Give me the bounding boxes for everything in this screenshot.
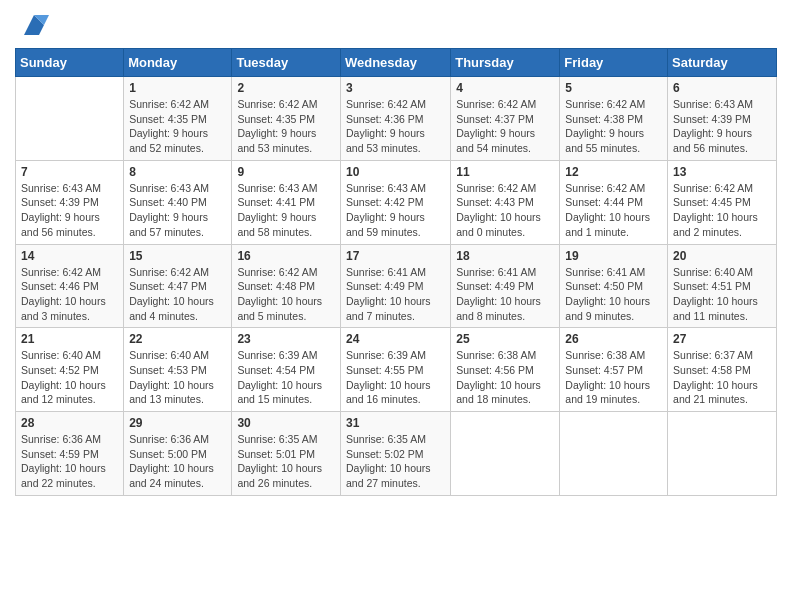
calendar-cell: 5Sunrise: 6:42 AM Sunset: 4:38 PM Daylig… xyxy=(560,77,668,161)
calendar-cell: 4Sunrise: 6:42 AM Sunset: 4:37 PM Daylig… xyxy=(451,77,560,161)
calendar-cell: 20Sunrise: 6:40 AM Sunset: 4:51 PM Dayli… xyxy=(668,244,777,328)
week-row-5: 28Sunrise: 6:36 AM Sunset: 4:59 PM Dayli… xyxy=(16,412,777,496)
day-number: 28 xyxy=(21,416,118,430)
day-info: Sunrise: 6:42 AM Sunset: 4:36 PM Dayligh… xyxy=(346,97,445,156)
day-info: Sunrise: 6:36 AM Sunset: 5:00 PM Dayligh… xyxy=(129,432,226,491)
calendar-cell xyxy=(16,77,124,161)
day-number: 11 xyxy=(456,165,554,179)
calendar-cell: 24Sunrise: 6:39 AM Sunset: 4:55 PM Dayli… xyxy=(340,328,450,412)
calendar-cell: 8Sunrise: 6:43 AM Sunset: 4:40 PM Daylig… xyxy=(124,160,232,244)
day-number: 10 xyxy=(346,165,445,179)
day-info: Sunrise: 6:40 AM Sunset: 4:53 PM Dayligh… xyxy=(129,348,226,407)
calendar-cell: 15Sunrise: 6:42 AM Sunset: 4:47 PM Dayli… xyxy=(124,244,232,328)
calendar-cell: 6Sunrise: 6:43 AM Sunset: 4:39 PM Daylig… xyxy=(668,77,777,161)
calendar-cell xyxy=(451,412,560,496)
day-info: Sunrise: 6:39 AM Sunset: 4:54 PM Dayligh… xyxy=(237,348,335,407)
page: SundayMondayTuesdayWednesdayThursdayFrid… xyxy=(0,0,792,612)
calendar-cell: 31Sunrise: 6:35 AM Sunset: 5:02 PM Dayli… xyxy=(340,412,450,496)
days-header-row: SundayMondayTuesdayWednesdayThursdayFrid… xyxy=(16,49,777,77)
calendar-cell: 17Sunrise: 6:41 AM Sunset: 4:49 PM Dayli… xyxy=(340,244,450,328)
day-info: Sunrise: 6:42 AM Sunset: 4:44 PM Dayligh… xyxy=(565,181,662,240)
day-info: Sunrise: 6:43 AM Sunset: 4:42 PM Dayligh… xyxy=(346,181,445,240)
calendar-cell: 19Sunrise: 6:41 AM Sunset: 4:50 PM Dayli… xyxy=(560,244,668,328)
day-info: Sunrise: 6:40 AM Sunset: 4:52 PM Dayligh… xyxy=(21,348,118,407)
day-number: 29 xyxy=(129,416,226,430)
day-number: 26 xyxy=(565,332,662,346)
calendar-cell: 29Sunrise: 6:36 AM Sunset: 5:00 PM Dayli… xyxy=(124,412,232,496)
calendar-cell: 3Sunrise: 6:42 AM Sunset: 4:36 PM Daylig… xyxy=(340,77,450,161)
calendar-cell: 30Sunrise: 6:35 AM Sunset: 5:01 PM Dayli… xyxy=(232,412,341,496)
day-info: Sunrise: 6:41 AM Sunset: 4:50 PM Dayligh… xyxy=(565,265,662,324)
day-header-thursday: Thursday xyxy=(451,49,560,77)
day-info: Sunrise: 6:41 AM Sunset: 4:49 PM Dayligh… xyxy=(456,265,554,324)
day-number: 23 xyxy=(237,332,335,346)
day-number: 22 xyxy=(129,332,226,346)
day-number: 5 xyxy=(565,81,662,95)
day-header-tuesday: Tuesday xyxy=(232,49,341,77)
day-info: Sunrise: 6:43 AM Sunset: 4:40 PM Dayligh… xyxy=(129,181,226,240)
day-info: Sunrise: 6:39 AM Sunset: 4:55 PM Dayligh… xyxy=(346,348,445,407)
week-row-4: 21Sunrise: 6:40 AM Sunset: 4:52 PM Dayli… xyxy=(16,328,777,412)
calendar-cell: 13Sunrise: 6:42 AM Sunset: 4:45 PM Dayli… xyxy=(668,160,777,244)
calendar-cell: 18Sunrise: 6:41 AM Sunset: 4:49 PM Dayli… xyxy=(451,244,560,328)
calendar-cell: 23Sunrise: 6:39 AM Sunset: 4:54 PM Dayli… xyxy=(232,328,341,412)
logo xyxy=(15,10,49,40)
calendar-body: 1Sunrise: 6:42 AM Sunset: 4:35 PM Daylig… xyxy=(16,77,777,496)
day-header-sunday: Sunday xyxy=(16,49,124,77)
day-number: 18 xyxy=(456,249,554,263)
day-info: Sunrise: 6:37 AM Sunset: 4:58 PM Dayligh… xyxy=(673,348,771,407)
day-number: 1 xyxy=(129,81,226,95)
day-number: 17 xyxy=(346,249,445,263)
day-info: Sunrise: 6:43 AM Sunset: 4:41 PM Dayligh… xyxy=(237,181,335,240)
day-number: 24 xyxy=(346,332,445,346)
calendar-cell: 22Sunrise: 6:40 AM Sunset: 4:53 PM Dayli… xyxy=(124,328,232,412)
day-number: 3 xyxy=(346,81,445,95)
calendar-cell: 10Sunrise: 6:43 AM Sunset: 4:42 PM Dayli… xyxy=(340,160,450,244)
calendar-cell: 11Sunrise: 6:42 AM Sunset: 4:43 PM Dayli… xyxy=(451,160,560,244)
day-header-saturday: Saturday xyxy=(668,49,777,77)
calendar-cell xyxy=(560,412,668,496)
day-number: 30 xyxy=(237,416,335,430)
day-number: 7 xyxy=(21,165,118,179)
day-info: Sunrise: 6:42 AM Sunset: 4:48 PM Dayligh… xyxy=(237,265,335,324)
day-info: Sunrise: 6:42 AM Sunset: 4:35 PM Dayligh… xyxy=(129,97,226,156)
day-header-monday: Monday xyxy=(124,49,232,77)
day-info: Sunrise: 6:42 AM Sunset: 4:38 PM Dayligh… xyxy=(565,97,662,156)
day-header-wednesday: Wednesday xyxy=(340,49,450,77)
calendar-cell: 9Sunrise: 6:43 AM Sunset: 4:41 PM Daylig… xyxy=(232,160,341,244)
logo-icon xyxy=(19,10,49,40)
day-info: Sunrise: 6:41 AM Sunset: 4:49 PM Dayligh… xyxy=(346,265,445,324)
calendar-cell: 26Sunrise: 6:38 AM Sunset: 4:57 PM Dayli… xyxy=(560,328,668,412)
day-number: 2 xyxy=(237,81,335,95)
day-info: Sunrise: 6:42 AM Sunset: 4:47 PM Dayligh… xyxy=(129,265,226,324)
calendar-cell: 14Sunrise: 6:42 AM Sunset: 4:46 PM Dayli… xyxy=(16,244,124,328)
calendar-cell: 7Sunrise: 6:43 AM Sunset: 4:39 PM Daylig… xyxy=(16,160,124,244)
calendar-cell: 28Sunrise: 6:36 AM Sunset: 4:59 PM Dayli… xyxy=(16,412,124,496)
day-number: 6 xyxy=(673,81,771,95)
day-info: Sunrise: 6:42 AM Sunset: 4:43 PM Dayligh… xyxy=(456,181,554,240)
day-info: Sunrise: 6:43 AM Sunset: 4:39 PM Dayligh… xyxy=(673,97,771,156)
day-header-friday: Friday xyxy=(560,49,668,77)
day-number: 4 xyxy=(456,81,554,95)
day-info: Sunrise: 6:38 AM Sunset: 4:56 PM Dayligh… xyxy=(456,348,554,407)
calendar-cell: 2Sunrise: 6:42 AM Sunset: 4:35 PM Daylig… xyxy=(232,77,341,161)
calendar-cell xyxy=(668,412,777,496)
day-number: 20 xyxy=(673,249,771,263)
calendar-cell: 27Sunrise: 6:37 AM Sunset: 4:58 PM Dayli… xyxy=(668,328,777,412)
day-info: Sunrise: 6:40 AM Sunset: 4:51 PM Dayligh… xyxy=(673,265,771,324)
header xyxy=(15,10,777,40)
week-row-2: 7Sunrise: 6:43 AM Sunset: 4:39 PM Daylig… xyxy=(16,160,777,244)
day-number: 13 xyxy=(673,165,771,179)
day-info: Sunrise: 6:43 AM Sunset: 4:39 PM Dayligh… xyxy=(21,181,118,240)
calendar: SundayMondayTuesdayWednesdayThursdayFrid… xyxy=(15,48,777,496)
day-number: 15 xyxy=(129,249,226,263)
day-number: 25 xyxy=(456,332,554,346)
day-info: Sunrise: 6:42 AM Sunset: 4:37 PM Dayligh… xyxy=(456,97,554,156)
day-info: Sunrise: 6:42 AM Sunset: 4:45 PM Dayligh… xyxy=(673,181,771,240)
day-info: Sunrise: 6:42 AM Sunset: 4:35 PM Dayligh… xyxy=(237,97,335,156)
day-info: Sunrise: 6:42 AM Sunset: 4:46 PM Dayligh… xyxy=(21,265,118,324)
day-number: 14 xyxy=(21,249,118,263)
calendar-cell: 21Sunrise: 6:40 AM Sunset: 4:52 PM Dayli… xyxy=(16,328,124,412)
day-info: Sunrise: 6:38 AM Sunset: 4:57 PM Dayligh… xyxy=(565,348,662,407)
calendar-cell: 1Sunrise: 6:42 AM Sunset: 4:35 PM Daylig… xyxy=(124,77,232,161)
